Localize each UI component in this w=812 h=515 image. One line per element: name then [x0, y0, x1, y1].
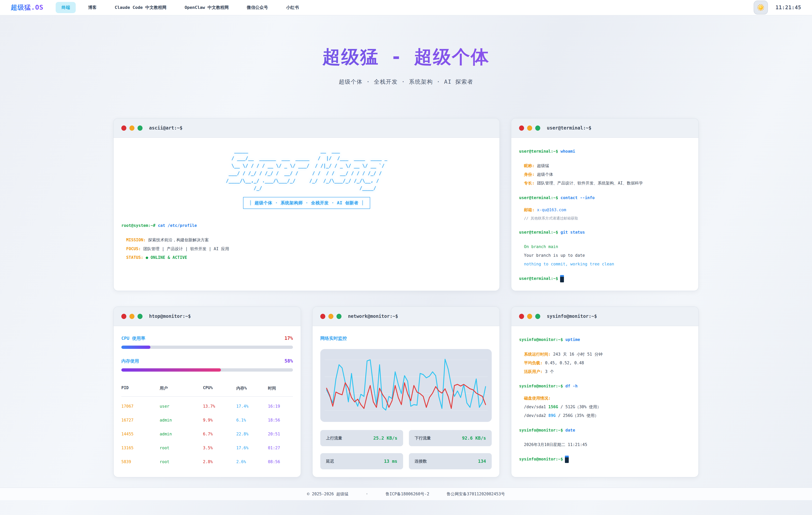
profile-mission-line: MISSION: 探索技术前沿，构建创新解决方案: [126, 236, 492, 244]
table-row: 5839 root 2.8% 2.6% 08:56: [121, 455, 293, 469]
window-minimize-dot: [129, 314, 135, 319]
terminal-body: sysinfo@monitor:~$ uptime 系统运行时间: 243 天 …: [511, 326, 698, 477]
contact-comment: // 其他联系方式请通过邮箱获取: [524, 214, 691, 222]
cpu-progress-fill: [121, 346, 150, 349]
git-branch-line: On branch main: [524, 242, 691, 251]
ascii-art: _____ __ ___ / ___/__ ______ ___ _____ /…: [226, 147, 387, 192]
window-maximize-dot: [337, 314, 342, 319]
window-minimize-dot: [129, 126, 135, 131]
mem-progress-fill: [121, 368, 221, 372]
window-title: user@terminal:~$: [547, 125, 591, 131]
nav-items: 终端 博客 Claude Code 中文教程网 OpenClaw 中文教程网 微…: [56, 2, 741, 13]
nav-item-blog[interactable]: 博客: [82, 2, 102, 13]
prompt-command: cat /etc/profile: [158, 223, 197, 228]
cpu-meter: CPU 使用率 17%: [121, 335, 293, 349]
terminal-body: 网络实时监控 上行流量 25.2 KB/s 下行流量 92.6 KB/s 延迟 …: [313, 326, 500, 477]
sysinfo-card: sysinfo@monitor:~$ sysinfo@monitor:~$ up…: [511, 306, 699, 478]
terminal-cursor: [560, 275, 564, 282]
mem-value: 58%: [285, 358, 293, 364]
network-card: network@monitor:~$ 网络实时监控 上行流量 25.2 KB/s…: [312, 306, 500, 478]
window-close-dot: [121, 314, 126, 319]
disk-output: 磁盘使用情况: /dev/sda1 156G / 512G（30% 使用） /d…: [519, 394, 691, 420]
nav-item-wechat[interactable]: 微信公众号: [241, 2, 274, 13]
prompt-user: user@terminal:~$: [519, 149, 558, 154]
email-link[interactable]: x-qu@163.com: [537, 208, 566, 212]
top-nav: 超级猛.OS 终端 博客 Claude Code 中文教程网 OpenClaw …: [0, 0, 812, 16]
prompt-line-cursor: user@terminal:~$: [519, 274, 691, 283]
header-mem: 内存%: [236, 385, 268, 391]
prompt-user: sysinfo@monitor:~$: [519, 337, 563, 342]
footer-separator: ·: [366, 492, 368, 496]
police-license-link[interactable]: 鲁公网安备37011202002453号: [447, 491, 505, 497]
mem-meter: 内存使用 58%: [121, 358, 293, 372]
window-title: sysinfo@monitor:~$: [547, 314, 597, 319]
network-stats: 上行流量 25.2 KB/s 下行流量 92.6 KB/s 延迟 13 ms 连…: [320, 430, 492, 469]
date-command: date: [566, 428, 575, 433]
prompt-user: user@terminal:~$: [519, 230, 558, 235]
whoami-command: whoami: [560, 149, 575, 154]
page-title: 超级猛 - 超级个体: [0, 45, 812, 69]
network-heading: 网络实时监控: [320, 335, 492, 341]
status-value: ● ONLINE & ACTIVE: [146, 255, 187, 260]
site-logo[interactable]: 超级猛.OS: [11, 3, 44, 12]
git-command: git status: [560, 230, 585, 235]
disk-row: /dev/sda2 89G / 256G（35% 使用）: [524, 411, 691, 420]
copyright-text: © 2025-2026 超级猛: [307, 491, 348, 497]
window-maximize-dot: [138, 314, 143, 319]
sun-icon: [757, 4, 764, 11]
window-maximize-dot: [535, 126, 540, 131]
profile-output: MISSION: 探索技术前沿，构建创新解决方案 FOCUS: 团队管理 | 产…: [121, 236, 492, 262]
skills-line: 专长: 团队管理、产品设计、软件开发、系统架构、AI、数据科学: [524, 179, 691, 188]
process-table: PID 用户 CPU% 内存% 时间 17067 user 13.7% 17.4…: [121, 381, 293, 469]
ascii-art-card: ascii@art:~$ _____ __ ___ / ___/__ _____…: [113, 118, 500, 291]
skills-value: 团队管理、产品设计、软件开发、系统架构、AI、数据科学: [537, 181, 643, 185]
icp-license-link[interactable]: 鲁ICP备18006260号-2: [385, 491, 429, 497]
focus-label: FOCUS:: [126, 246, 141, 251]
date-output: 2026年3月10日星期二 11:21:45: [519, 440, 691, 449]
hero-section: 超级猛 - 超级个体 超级个体 · 全栈开发 · 系统架构 · AI 探索者: [0, 16, 812, 118]
table-row: 14455 admin 6.7% 22.8% 20:51: [121, 427, 293, 441]
prompt-line: sysinfo@monitor:~$ date: [519, 426, 691, 435]
prompt-line: root@system:~# cat /etc/profile: [121, 221, 492, 230]
nav-item-xiaohongshu[interactable]: 小红书: [281, 2, 305, 13]
window-title: network@monitor:~$: [348, 314, 398, 319]
cpu-progressbar: [121, 346, 293, 349]
window-titlebar: ascii@art:~$: [114, 118, 499, 138]
nav-item-terminal[interactable]: 终端: [56, 2, 76, 13]
window-close-dot: [121, 126, 126, 131]
table-row: 13165 root 3.5% 17.6% 01:27: [121, 441, 293, 455]
uptime-line: 系统运行时间: 243 天 16 小时 51 分钟: [524, 350, 691, 359]
window-title: htop@monitor:~$: [149, 314, 191, 319]
status-label: STATUS:: [126, 255, 143, 260]
terminal-body: CPU 使用率 17% 内存使用 58% PID 用户: [114, 326, 301, 477]
contact-output: 邮箱: x-qu@163.com // 其他联系方式请通过邮箱获取: [519, 206, 691, 222]
prompt-user: user@terminal:~$: [519, 276, 558, 281]
stat-download: 下行流量 92.6 KB/s: [409, 430, 492, 446]
table-row: 17067 user 13.7% 17.4% 16:19: [121, 399, 293, 413]
terminal-body: _____ __ ___ / ___/__ ______ ___ _____ /…: [114, 138, 499, 291]
network-chart-panel: [320, 349, 492, 422]
window-maximize-dot: [535, 314, 540, 319]
nav-item-claude-code[interactable]: Claude Code 中文教程网: [109, 2, 172, 13]
window-titlebar: htop@monitor:~$: [114, 307, 301, 326]
theme-toggle-button[interactable]: [754, 1, 768, 15]
prompt-line: user@terminal:~$ git status: [519, 228, 691, 237]
window-title: ascii@art:~$: [149, 125, 182, 131]
nickname-value: 超级猛: [537, 163, 549, 168]
stat-upload: 上行流量 25.2 KB/s: [320, 430, 403, 446]
window-titlebar: network@monitor:~$: [313, 307, 500, 326]
ascii-tagline: │ 超级个体 · 系统架构师 · 全栈开发 · AI 创新者 │: [243, 197, 370, 209]
mission-label: MISSION:: [126, 238, 146, 242]
identity-label: 身份:: [524, 172, 535, 177]
df-command: df -h: [566, 384, 578, 388]
header-user: 用户: [160, 385, 203, 391]
prompt-user: sysinfo@monitor:~$: [519, 384, 563, 388]
nav-item-openclaw[interactable]: OpenClaw 中文教程网: [179, 2, 234, 13]
window-minimize-dot: [527, 126, 532, 131]
cpu-value: 17%: [285, 335, 293, 341]
profile-focus-line: FOCUS: 团队管理 | 产品设计 | 软件开发 | AI 应用: [126, 245, 492, 253]
uptime-output: 系统运行时间: 243 天 16 小时 51 分钟 平均负载: 0.45, 0.…: [519, 350, 691, 376]
prompt-line-cursor: sysinfo@monitor:~$: [519, 455, 691, 464]
git-output: On branch main Your branch is up to date…: [519, 242, 691, 269]
network-chart-svg: [322, 352, 490, 419]
